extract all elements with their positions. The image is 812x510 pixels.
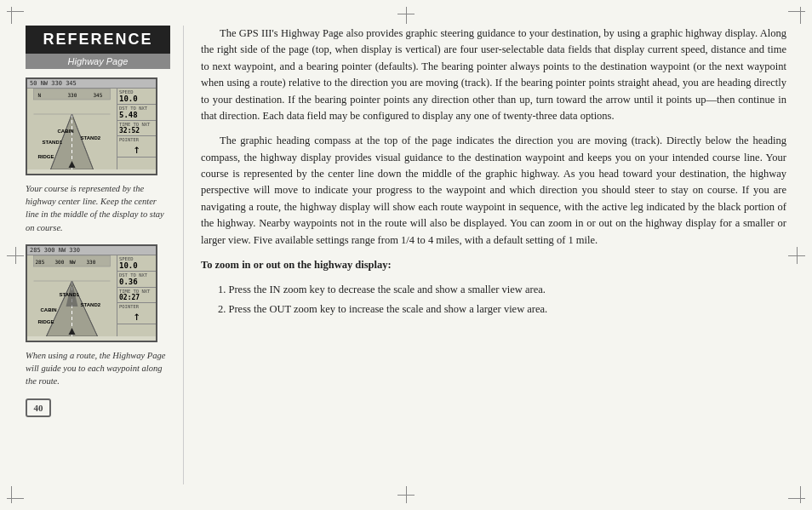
svg-text:N: N xyxy=(38,92,42,98)
left-center-cross xyxy=(7,247,24,264)
reference-header: REFERENCE xyxy=(26,26,170,54)
corner-mark-br xyxy=(788,486,805,503)
svg-text:STAND1: STAND1 xyxy=(60,292,80,297)
corner-mark-tl xyxy=(7,7,24,24)
gps-screen-2: 285 300 NW 330 STAND1 CABIN xyxy=(26,244,157,342)
page-layout: REFERENCE Highway Page 50 NW 330 345 xyxy=(0,0,812,510)
gps-data-panel-1: SPEED 10.0 DST TO NXT 5.48 TIME TO NXT 3… xyxy=(117,89,156,169)
svg-text:STAND1: STAND1 xyxy=(43,140,63,145)
speed-value-2: 10.0 xyxy=(119,261,154,270)
svg-text:STAND2: STAND2 xyxy=(81,135,101,140)
zoom-step-1: 1. Press the IN zoom key to decrease the… xyxy=(218,282,786,298)
corner-mark-bl xyxy=(7,486,24,503)
dst-value-2: 0.36 xyxy=(119,278,154,286)
pointer-arrow-1: ↑ xyxy=(119,142,154,156)
pointer-row-2: POINTER ↑ xyxy=(117,303,156,324)
gps-screen-1: 50 NW 330 345 xyxy=(26,77,157,175)
zoom-heading: To zoom in or out on the highway display… xyxy=(201,257,786,273)
dst-value-1: 5.48 xyxy=(119,111,154,119)
speed-value-1: 10.0 xyxy=(119,95,154,103)
time-label-2: TIME TO NXT xyxy=(119,289,154,294)
svg-text:330: 330 xyxy=(87,259,96,265)
svg-text:CABIN: CABIN xyxy=(41,307,57,312)
pointer-row-1: POINTER ↑ xyxy=(117,136,156,158)
gps-highway-area-1: CABIN STAND1 STAND2 RIDGE N 330 345 xyxy=(27,89,117,169)
gps-compass-2: 285 300 NW 330 xyxy=(30,247,80,254)
gps-screen-1-topbar: 50 NW 330 345 xyxy=(27,79,156,89)
gps-compass-1: 50 NW 330 345 xyxy=(30,80,77,87)
svg-text:300: 300 xyxy=(55,259,65,265)
gps-data-panel-2: SPEED 10.0 DST TO NXT 0.36 TIME TO NXT 0… xyxy=(117,255,156,336)
zoom-step-2: 2. Press the OUT zoom key to increase th… xyxy=(218,301,786,318)
dst-row-1: DST TO NXT 5.48 xyxy=(117,105,156,121)
page-number: 40 xyxy=(26,398,51,417)
highway-svg-1: CABIN STAND1 STAND2 RIDGE N 330 345 xyxy=(27,89,117,169)
corner-mark-tr xyxy=(788,7,805,24)
right-center-cross xyxy=(788,247,805,264)
svg-text:285: 285 xyxy=(36,259,45,265)
bottom-center-cross xyxy=(397,486,415,503)
pointer-arrow-2: ↑ xyxy=(119,309,154,323)
paragraph-1: The GPS III's Highway Page also provides… xyxy=(201,26,786,124)
zoom-steps: 1. Press the IN zoom key to decrease the… xyxy=(201,282,786,318)
highway-svg-2: STAND1 CABIN STAND2 RIDGE 285 300 NW 330 xyxy=(27,255,117,336)
gps-screen-2-topbar: 285 300 NW 330 xyxy=(27,246,156,255)
speed-row-1: SPEED 10.0 xyxy=(117,89,156,105)
highway-page-subheader: Highway Page xyxy=(26,54,170,69)
svg-text:345: 345 xyxy=(94,92,103,98)
svg-text:STAND2: STAND2 xyxy=(81,302,101,307)
main-content: The GPS III's Highway Page also provides… xyxy=(183,26,786,484)
svg-text:CABIN: CABIN xyxy=(58,129,74,134)
speed-row-2: SPEED 10.0 xyxy=(117,255,156,272)
sidebar: REFERENCE Highway Page 50 NW 330 345 xyxy=(26,26,183,484)
dst-row-2: DST TO NXT 0.36 xyxy=(117,272,156,288)
top-center-cross xyxy=(397,7,415,24)
gps-screen-1-data: CABIN STAND1 STAND2 RIDGE N 330 345 xyxy=(27,89,156,169)
caption-1: Your course is represented by the highwa… xyxy=(26,182,170,234)
time-value-2: 02:27 xyxy=(119,294,154,301)
gps-screen-2-data: STAND1 CABIN STAND2 RIDGE 285 300 NW 330 xyxy=(27,255,156,336)
svg-text:RIDGE: RIDGE xyxy=(38,154,54,159)
time-row-1: TIME TO NXT 32:52 xyxy=(117,121,156,136)
gps-highway-area-2: STAND1 CABIN STAND2 RIDGE 285 300 NW 330 xyxy=(27,255,117,336)
time-row-2: TIME TO NXT 02:27 xyxy=(117,288,156,303)
caption-2: When using a route, the Highway Page wil… xyxy=(26,349,170,388)
svg-text:330: 330 xyxy=(68,92,77,98)
paragraph-2: The graphic heading compass at the top o… xyxy=(201,133,786,249)
svg-text:RIDGE: RIDGE xyxy=(38,319,54,324)
time-value-1: 32:52 xyxy=(119,127,154,135)
svg-text:NW: NW xyxy=(70,259,77,265)
